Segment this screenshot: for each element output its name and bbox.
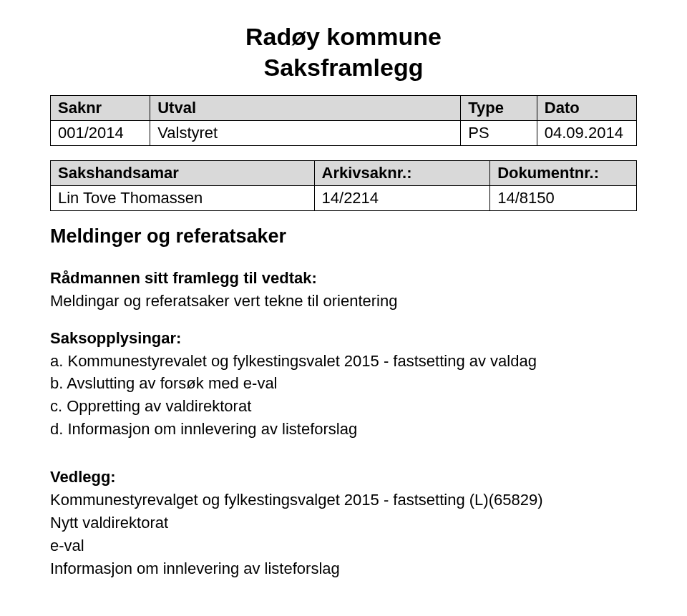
header-saknr: Saknr	[51, 96, 150, 121]
table-header-row: Saknr Utval Type Dato	[51, 96, 637, 121]
table-row: Lin Tove Thomassen 14/2214 14/8150	[51, 186, 637, 211]
header-sakshandsamar: Sakshandsamar	[51, 161, 315, 186]
list-item: e-val	[50, 535, 637, 557]
header-dato: Dato	[537, 96, 636, 121]
list-item: Informasjon om innlevering av listeforsl…	[50, 558, 637, 580]
case-table: Saknr Utval Type Dato 001/2014 Valstyret…	[50, 95, 637, 146]
vedlegg-heading: Vedlegg:	[50, 468, 637, 487]
header-utval: Utval	[150, 96, 461, 121]
cell-dok: 14/8150	[490, 186, 637, 211]
header-arkivsaknr: Arkivsaknr.:	[314, 161, 490, 186]
cell-type: PS	[461, 121, 537, 146]
saksopplysingar-heading: Saksopplysingar:	[50, 329, 637, 348]
table-row: 001/2014 Valstyret PS 04.09.2014	[51, 121, 637, 146]
header-dokumentnr: Dokumentnr.:	[490, 161, 637, 186]
document-header: Radøy kommune Saksframlegg	[50, 21, 637, 82]
cell-arkiv: 14/2214	[314, 186, 490, 211]
cell-utval: Valstyret	[150, 121, 461, 146]
case-title: Meldinger og referatsaker	[50, 225, 637, 248]
framlegg-text: Meldingar og referatsaker vert tekne til…	[50, 290, 637, 312]
list-item: c. Oppretting av valdirektorat	[50, 396, 637, 417]
document-type: Saksframlegg	[50, 52, 637, 83]
cell-saknr: 001/2014	[51, 121, 150, 146]
cell-name: Lin Tove Thomassen	[51, 186, 315, 211]
table-header-row: Sakshandsamar Arkivsaknr.: Dokumentnr.:	[51, 161, 637, 186]
list-item: d. Informasjon om innlevering av listefo…	[50, 419, 637, 440]
list-item: a. Kommunestyrevalet og fylkestingsvalet…	[50, 351, 637, 372]
cell-dato: 04.09.2014	[537, 121, 636, 146]
header-type: Type	[461, 96, 537, 121]
list-item: Nytt valdirektorat	[50, 512, 637, 534]
framlegg-heading: Rådmannen sitt framlegg til vedtak:	[50, 269, 637, 288]
vedlegg-list: Kommunestyrevalget og fylkestingsvalget …	[50, 489, 637, 579]
handler-table: Sakshandsamar Arkivsaknr.: Dokumentnr.: …	[50, 160, 637, 211]
saksopplysingar-list: a. Kommunestyrevalet og fylkestingsvalet…	[50, 351, 637, 440]
list-item: b. Avslutting av forsøk med e-val	[50, 373, 637, 394]
list-item: Kommunestyrevalget og fylkestingsvalget …	[50, 489, 637, 511]
municipality-name: Radøy kommune	[50, 21, 637, 52]
